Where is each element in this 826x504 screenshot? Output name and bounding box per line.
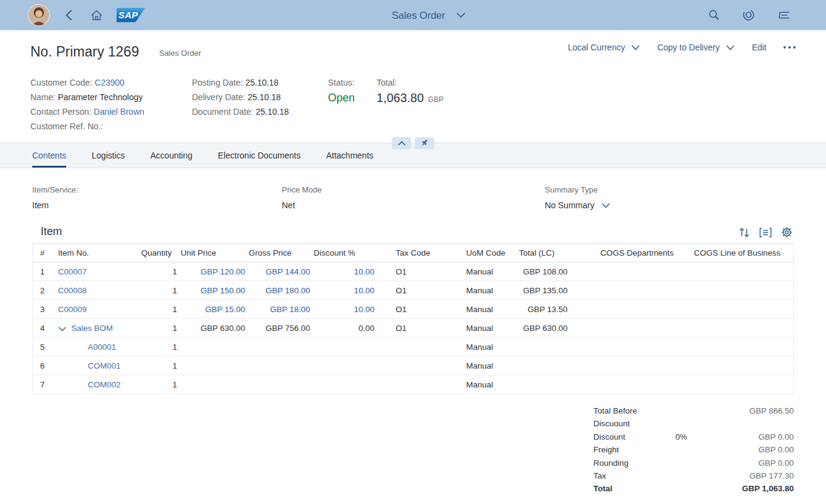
uom-code-cell[interactable]: Manual — [448, 300, 519, 319]
pin-header-button[interactable] — [415, 137, 434, 149]
cogs-line-of-business-cell[interactable] — [681, 356, 794, 375]
table-row[interactable]: 7COM0021Manual — [33, 375, 794, 394]
customer-code-link[interactable]: C23900 — [95, 78, 125, 87]
quantity-cell[interactable]: 1 — [141, 356, 180, 375]
tax-code-cell[interactable] — [378, 356, 448, 375]
uom-code-cell[interactable]: Manual — [448, 262, 519, 281]
edit-button[interactable]: Edit — [752, 43, 766, 52]
quantity-cell[interactable]: 1 — [141, 300, 180, 319]
table-row[interactable]: 5A000011Manual — [33, 338, 794, 356]
menu-button[interactable] — [777, 9, 791, 21]
cogs-departments-cell[interactable] — [587, 338, 681, 356]
discount-cell[interactable] — [313, 356, 378, 375]
item-link[interactable]: COM002 — [88, 380, 121, 389]
sort-button[interactable] — [739, 227, 750, 238]
cogs-departments-cell[interactable] — [587, 262, 681, 281]
item-link[interactable]: C00009 — [58, 305, 87, 314]
cogs-departments-cell[interactable] — [587, 375, 681, 394]
cogs-line-of-business-cell[interactable] — [681, 300, 794, 319]
table-row[interactable]: 1C000071GBP 120.00GBP 144.0010.00O1Manua… — [33, 262, 794, 281]
app-title-menu[interactable]: Sales Order — [392, 0, 466, 30]
copilot-button[interactable] — [742, 9, 755, 21]
tab-attachments[interactable]: Attachments — [326, 143, 374, 168]
gross-price-cell[interactable]: GBP 180.00 — [248, 281, 313, 300]
uom-code-cell[interactable]: Manual — [448, 356, 519, 375]
discount-cell[interactable] — [313, 338, 378, 356]
column-header--[interactable]: # — [33, 244, 50, 262]
unit-price-cell[interactable] — [180, 375, 248, 394]
column-header-uom-code[interactable]: UoM Code — [448, 244, 519, 262]
table-row[interactable]: 3C000091GBP 15.00GBP 18.0010.00O1ManualG… — [33, 300, 794, 319]
uom-code-cell[interactable]: Manual — [448, 319, 519, 338]
tax-code-cell[interactable] — [378, 338, 448, 356]
item-no-cell[interactable]: A00001 — [50, 338, 141, 356]
item-link[interactable]: C00007 — [58, 267, 87, 276]
item-no-cell[interactable]: C00009 — [50, 300, 141, 319]
unit-price-cell[interactable]: GBP 150.00 — [180, 281, 248, 300]
column-header-discount-[interactable]: Discount % — [313, 244, 378, 262]
discount-cell[interactable] — [313, 375, 378, 394]
cogs-departments-cell[interactable] — [587, 300, 681, 319]
cogs-line-of-business-cell[interactable] — [681, 375, 794, 394]
tab-electronic-documents[interactable]: Electronic Documents — [218, 143, 301, 168]
item-link[interactable]: A00001 — [88, 342, 117, 352]
unit-price-cell[interactable]: GBP 630.00 — [180, 319, 248, 338]
item-link[interactable]: Sales BOM — [72, 324, 113, 333]
table-row[interactable]: 2C000081GBP 150.00GBP 180.0010.00O1Manua… — [33, 281, 794, 300]
table-view-button[interactable] — [759, 228, 772, 237]
collapse-header-button[interactable] — [392, 137, 411, 149]
gross-price-cell[interactable] — [248, 375, 313, 394]
column-header-total-lc-[interactable]: Total (LC) — [519, 244, 587, 262]
item-no-cell[interactable]: C00008 — [50, 281, 141, 300]
cogs-line-of-business-cell[interactable] — [681, 319, 794, 338]
item-no-cell[interactable]: COM001 — [50, 356, 141, 375]
column-header-cogs-line-of-business[interactable]: COGS Line of Business — [681, 244, 794, 262]
gross-price-cell[interactable] — [248, 338, 313, 356]
quantity-cell[interactable]: 1 — [141, 262, 180, 281]
summary-type-select[interactable]: No Summary — [545, 200, 794, 210]
uom-code-cell[interactable]: Manual — [448, 338, 519, 356]
tab-accounting[interactable]: Accounting — [151, 143, 193, 168]
avatar[interactable] — [28, 4, 50, 26]
column-header-gross-price[interactable]: Gross Price — [248, 244, 313, 262]
item-no-cell[interactable]: Sales BOM — [50, 319, 141, 338]
item-no-cell[interactable]: COM002 — [50, 375, 141, 394]
item-no-cell[interactable]: C00007 — [50, 262, 141, 281]
unit-price-cell[interactable]: GBP 15.00 — [180, 300, 248, 319]
contact-person-link[interactable]: Daniel Brown — [94, 107, 144, 117]
gross-price-cell[interactable]: GBP 144.00 — [248, 262, 313, 281]
tax-code-cell[interactable]: O1 — [378, 281, 448, 300]
local-currency-button[interactable]: Local Currency — [568, 43, 640, 52]
uom-code-cell[interactable]: Manual — [448, 375, 519, 394]
home-button[interactable] — [83, 4, 111, 26]
quantity-cell[interactable]: 1 — [141, 375, 180, 394]
cogs-departments-cell[interactable] — [587, 281, 681, 300]
item-link[interactable]: COM001 — [88, 361, 121, 370]
back-button[interactable] — [55, 4, 83, 26]
collapse-row-icon[interactable] — [58, 327, 66, 332]
gross-price-cell[interactable]: GBP 18.00 — [248, 300, 313, 319]
column-header-tax-code[interactable]: Tax Code — [378, 244, 448, 262]
column-header-quantity[interactable]: Quantity — [141, 244, 180, 262]
unit-price-cell[interactable]: GBP 120.00 — [180, 262, 248, 281]
tax-code-cell[interactable]: O1 — [378, 300, 448, 319]
table-row[interactable]: 4Sales BOM1GBP 630.00GBP 756.000.00O1Man… — [33, 319, 794, 338]
discount-cell[interactable]: 0.00 — [313, 319, 378, 338]
table-row[interactable]: 6COM0011Manual — [33, 356, 794, 375]
gross-price-cell[interactable]: GBP 756.00 — [248, 319, 313, 338]
column-header-item-no-[interactable]: Item No. — [50, 244, 141, 262]
cogs-departments-cell[interactable] — [587, 356, 681, 375]
tax-code-cell[interactable] — [378, 375, 448, 394]
discount-cell[interactable]: 10.00 — [313, 281, 378, 300]
cogs-line-of-business-cell[interactable] — [681, 338, 794, 356]
tax-code-cell[interactable]: O1 — [378, 262, 448, 281]
cogs-departments-cell[interactable] — [587, 319, 681, 338]
quantity-cell[interactable]: 1 — [141, 319, 180, 338]
tab-logistics[interactable]: Logistics — [92, 143, 125, 168]
unit-price-cell[interactable] — [180, 338, 248, 356]
settings-button[interactable] — [781, 226, 793, 238]
discount-cell[interactable]: 10.00 — [313, 262, 378, 281]
copy-to-delivery-button[interactable]: Copy to Delivery — [657, 43, 735, 52]
quantity-cell[interactable]: 1 — [141, 281, 180, 300]
overflow-button[interactable] — [783, 46, 796, 49]
